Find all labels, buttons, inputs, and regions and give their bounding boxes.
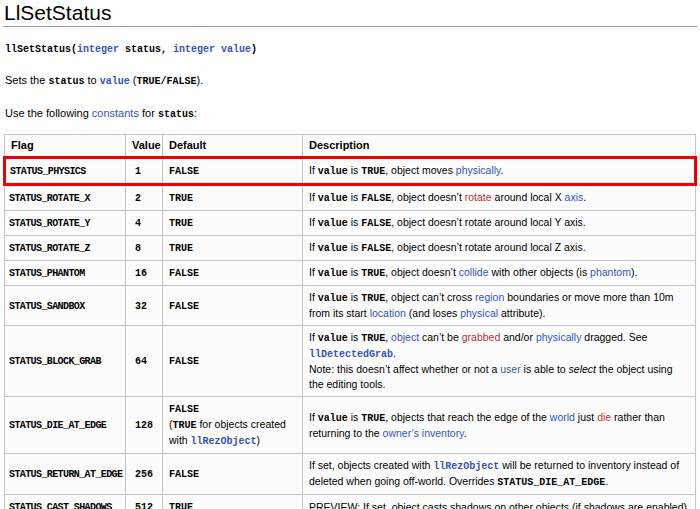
column-header-description: Description (303, 135, 696, 158)
default-cell: FALSE(TRUE for objects created with llRe… (163, 397, 303, 454)
default-cell: TRUE (163, 495, 303, 509)
table-row: STATUS_CAST_SHADOWS512TRUEPREVIEW: If se… (5, 495, 696, 509)
flag-name: STATUS_CAST_SHADOWS (9, 502, 112, 509)
table-row: STATUS_BLOCK_GRAB64FALSEIf value is TRUE… (5, 326, 696, 397)
text-segment: value (318, 268, 348, 279)
text-segment: is able to (521, 363, 569, 375)
flag-value: 512 (135, 502, 153, 509)
text-segment: is (348, 331, 361, 343)
wiki-link[interactable]: axis (565, 191, 584, 203)
wiki-link[interactable]: integer (173, 44, 215, 55)
value-cell: 128 (126, 397, 163, 454)
text-segment: If (309, 291, 318, 303)
default-cell: TRUE (163, 185, 303, 211)
text-segment: TRUE (361, 166, 385, 177)
wiki-link[interactable]: location (370, 307, 406, 319)
flag-name: STATUS_ROTATE_Y (9, 218, 90, 229)
flag-cell: STATUS_ROTATE_Z (5, 236, 126, 261)
text-segment: is (348, 216, 361, 228)
wiki-link[interactable]: region (475, 291, 504, 303)
wiki-link[interactable]: physical (460, 307, 498, 319)
text-segment: TRUE (361, 293, 385, 304)
text-segment: If (309, 266, 318, 278)
text-segment: TRUE (169, 502, 193, 509)
value-cell: 32 (126, 286, 163, 326)
value-cell: 8 (126, 236, 163, 261)
text-segment: FALSE (361, 243, 391, 254)
wiki-link[interactable]: constants (92, 107, 139, 119)
value-cell: 512 (126, 495, 163, 509)
text-segment: ). (631, 266, 637, 278)
wiki-link[interactable]: llRezObject (433, 461, 499, 472)
default-cell: FALSE (163, 158, 303, 185)
flag-cell: STATUS_DIE_AT_EDGE (5, 397, 126, 454)
wiki-link[interactable]: object (391, 331, 419, 343)
text-segment: value (318, 293, 348, 304)
text-segment: just (575, 411, 597, 423)
wiki-link[interactable]: physically (456, 164, 501, 176)
flag-cell: STATUS_ROTATE_Y (5, 211, 126, 236)
text-segment: , object doesn’t (391, 191, 465, 203)
text-segment: TRUE (169, 218, 193, 229)
wiki-link[interactable]: value (221, 44, 251, 55)
wiki-link[interactable]: llRezObject (191, 436, 257, 447)
column-header-default: Default (163, 135, 303, 158)
text-segment: is (348, 291, 361, 303)
description-cell: If value is TRUE, object doesn’t collide… (303, 261, 696, 286)
text-segment: . (605, 475, 608, 487)
flag-value: 32 (135, 301, 147, 312)
value-cell: 64 (126, 326, 163, 397)
wiki-link[interactable]: collide (459, 266, 489, 278)
text-segment: , objects that reach the edge of the (385, 411, 550, 423)
text-segment: TRUE (361, 268, 385, 279)
text-segment: ) (251, 44, 257, 55)
text-segment: FALSE (169, 268, 199, 279)
default-cell: FALSE (163, 454, 303, 495)
wiki-link[interactable]: integer (77, 44, 119, 55)
description-cell: If value is TRUE, object can’t cross reg… (303, 286, 696, 326)
text-segment: , object doesn’t (385, 266, 459, 278)
text-segment: FALSE (169, 166, 199, 177)
wiki-page: LlSetStatus llSetStatus(integer status, … (0, 0, 700, 509)
text-segment: with other objects (is (489, 266, 591, 278)
description-cell: If value is FALSE, object doesn’t rotate… (303, 211, 696, 236)
flag-value: 64 (135, 356, 147, 367)
text-segment: ). (197, 74, 204, 86)
text-segment: value (318, 193, 348, 204)
text-segment: TRUE (361, 333, 385, 344)
text-segment: value (318, 243, 348, 254)
wiki-link[interactable]: physically (536, 331, 582, 343)
text-segment: is (348, 191, 361, 203)
wiki-redlink[interactable]: grabbed (462, 331, 501, 343)
flag-name: STATUS_PHYSICS (10, 166, 86, 177)
text-segment: value (318, 218, 348, 229)
title-divider (3, 26, 697, 27)
wiki-redlink[interactable]: rotate (465, 191, 492, 203)
wiki-redlink[interactable]: die (597, 411, 611, 423)
table-row: STATUS_DIE_AT_EDGE128FALSE(TRUE for obje… (5, 397, 696, 454)
description-cell: If value is TRUE, object moves physicall… (303, 158, 696, 185)
text-segment: for (139, 107, 158, 119)
text-segment: status (158, 109, 194, 120)
wiki-link[interactable]: llDetectedGrab (309, 349, 393, 360)
wiki-link[interactable]: user (500, 363, 520, 375)
text-segment: STATUS_DIE_AT_EDGE (497, 477, 605, 488)
text-segment: If (309, 164, 318, 176)
text-segment: (and loses (406, 307, 460, 319)
flag-cell: STATUS_PHANTOM (5, 261, 126, 286)
text-segment: If (309, 216, 318, 228)
wiki-link[interactable]: value (100, 76, 130, 87)
function-signature: llSetStatus(integer status, integer valu… (5, 42, 697, 57)
flag-name: STATUS_DIE_AT_EDGE (9, 420, 106, 431)
flag-name: STATUS_ROTATE_Z (9, 243, 90, 254)
wiki-link[interactable]: owner’s inventory (383, 427, 464, 439)
constants-intro: Use the following constants for status: (5, 106, 697, 122)
text-segment: ) (257, 434, 261, 446)
text-segment: , object moves (385, 164, 456, 176)
wiki-link[interactable]: phantom (590, 266, 631, 278)
text-segment: around local X (492, 191, 565, 203)
wiki-link[interactable]: world (550, 411, 575, 423)
text-segment: value (318, 166, 348, 177)
text-segment: , object doesn’t rotate around local Y a… (391, 216, 586, 228)
text-segment: TRUE (173, 420, 197, 431)
